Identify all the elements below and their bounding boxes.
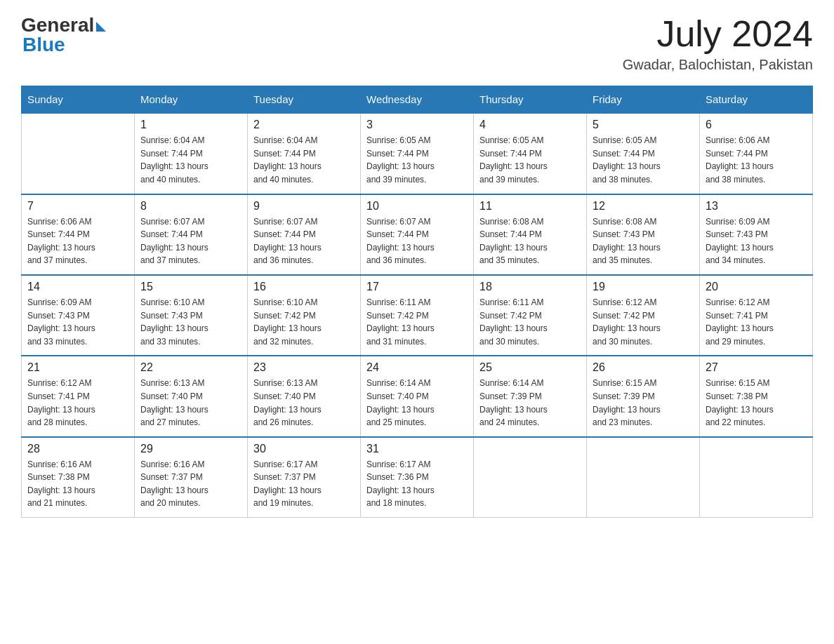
weekday-header-sunday: Sunday — [22, 86, 135, 114]
calendar-cell: 20Sunrise: 6:12 AM Sunset: 7:41 PM Dayli… — [700, 275, 813, 356]
calendar-header: SundayMondayTuesdayWednesdayThursdayFrid… — [22, 86, 813, 114]
calendar-cell: 10Sunrise: 6:07 AM Sunset: 7:44 PM Dayli… — [361, 194, 474, 275]
weekday-header-tuesday: Tuesday — [248, 86, 361, 114]
calendar-cell — [700, 437, 813, 518]
day-number: 19 — [593, 281, 694, 293]
calendar-week-row: 1Sunrise: 6:04 AM Sunset: 7:44 PM Daylig… — [22, 113, 813, 194]
day-number: 30 — [253, 443, 355, 455]
day-number: 6 — [706, 119, 807, 131]
weekday-header-wednesday: Wednesday — [361, 86, 474, 114]
calendar-cell: 25Sunrise: 6:14 AM Sunset: 7:39 PM Dayli… — [474, 356, 587, 436]
day-number: 18 — [479, 281, 581, 293]
calendar-week-row: 21Sunrise: 6:12 AM Sunset: 7:41 PM Dayli… — [22, 356, 813, 436]
day-info: Sunrise: 6:05 AM Sunset: 7:44 PM Dayligh… — [366, 134, 468, 186]
day-number: 8 — [140, 200, 241, 213]
day-info: Sunrise: 6:07 AM Sunset: 7:44 PM Dayligh… — [366, 215, 468, 267]
calendar-cell: 14Sunrise: 6:09 AM Sunset: 7:43 PM Dayli… — [22, 275, 135, 356]
day-number: 13 — [706, 200, 807, 213]
title-area: July 2024 Gwadar, Balochistan, Pakistan — [623, 14, 813, 73]
day-number: 10 — [366, 200, 468, 213]
day-info: Sunrise: 6:05 AM Sunset: 7:44 PM Dayligh… — [479, 134, 581, 186]
calendar-cell: 31Sunrise: 6:17 AM Sunset: 7:36 PM Dayli… — [361, 437, 474, 518]
calendar-cell: 8Sunrise: 6:07 AM Sunset: 7:44 PM Daylig… — [135, 194, 248, 275]
month-title: July 2024 — [623, 14, 813, 54]
day-number: 11 — [479, 200, 581, 213]
calendar-week-row: 7Sunrise: 6:06 AM Sunset: 7:44 PM Daylig… — [22, 194, 813, 275]
day-info: Sunrise: 6:12 AM Sunset: 7:42 PM Dayligh… — [593, 296, 694, 348]
day-number: 5 — [593, 119, 694, 131]
calendar-cell: 18Sunrise: 6:11 AM Sunset: 7:42 PM Dayli… — [474, 275, 587, 356]
logo-blue-text: Blue — [22, 34, 65, 56]
calendar-cell: 29Sunrise: 6:16 AM Sunset: 7:37 PM Dayli… — [135, 437, 248, 518]
weekday-header-friday: Friday — [587, 86, 700, 114]
day-number: 15 — [140, 281, 241, 293]
day-info: Sunrise: 6:12 AM Sunset: 7:41 PM Dayligh… — [706, 296, 807, 348]
calendar-cell — [587, 437, 700, 518]
calendar-week-row: 14Sunrise: 6:09 AM Sunset: 7:43 PM Dayli… — [22, 275, 813, 356]
day-info: Sunrise: 6:13 AM Sunset: 7:40 PM Dayligh… — [253, 377, 355, 429]
day-info: Sunrise: 6:04 AM Sunset: 7:44 PM Dayligh… — [140, 134, 241, 186]
day-number: 25 — [479, 361, 581, 374]
day-info: Sunrise: 6:16 AM Sunset: 7:37 PM Dayligh… — [140, 458, 241, 510]
day-number: 1 — [140, 119, 241, 131]
day-info: Sunrise: 6:07 AM Sunset: 7:44 PM Dayligh… — [140, 215, 241, 267]
day-number: 14 — [27, 281, 128, 293]
day-info: Sunrise: 6:17 AM Sunset: 7:37 PM Dayligh… — [253, 458, 355, 510]
calendar-cell: 9Sunrise: 6:07 AM Sunset: 7:44 PM Daylig… — [248, 194, 361, 275]
logo: General Blue — [21, 14, 106, 56]
day-number: 23 — [253, 361, 355, 374]
day-number: 17 — [366, 281, 468, 293]
calendar-cell: 28Sunrise: 6:16 AM Sunset: 7:38 PM Dayli… — [22, 437, 135, 518]
calendar-cell — [474, 437, 587, 518]
calendar-cell: 16Sunrise: 6:10 AM Sunset: 7:42 PM Dayli… — [248, 275, 361, 356]
calendar-cell: 5Sunrise: 6:05 AM Sunset: 7:44 PM Daylig… — [587, 113, 700, 194]
calendar-cell: 4Sunrise: 6:05 AM Sunset: 7:44 PM Daylig… — [474, 113, 587, 194]
calendar-cell: 19Sunrise: 6:12 AM Sunset: 7:42 PM Dayli… — [587, 275, 700, 356]
page-header: General Blue July 2024 Gwadar, Balochist… — [21, 14, 813, 73]
calendar-cell: 24Sunrise: 6:14 AM Sunset: 7:40 PM Dayli… — [361, 356, 474, 436]
day-info: Sunrise: 6:06 AM Sunset: 7:44 PM Dayligh… — [706, 134, 807, 186]
calendar-cell: 2Sunrise: 6:04 AM Sunset: 7:44 PM Daylig… — [248, 113, 361, 194]
day-info: Sunrise: 6:06 AM Sunset: 7:44 PM Dayligh… — [27, 215, 128, 267]
day-number: 16 — [253, 281, 355, 293]
calendar-cell: 15Sunrise: 6:10 AM Sunset: 7:43 PM Dayli… — [135, 275, 248, 356]
day-info: Sunrise: 6:09 AM Sunset: 7:43 PM Dayligh… — [27, 296, 128, 348]
calendar-cell — [22, 113, 135, 194]
day-info: Sunrise: 6:09 AM Sunset: 7:43 PM Dayligh… — [706, 215, 807, 267]
day-number: 3 — [366, 119, 468, 131]
day-number: 7 — [27, 200, 128, 213]
day-number: 26 — [593, 361, 694, 374]
day-number: 31 — [366, 443, 468, 455]
calendar-cell: 21Sunrise: 6:12 AM Sunset: 7:41 PM Dayli… — [22, 356, 135, 436]
day-info: Sunrise: 6:17 AM Sunset: 7:36 PM Dayligh… — [366, 458, 468, 510]
calendar-cell: 30Sunrise: 6:17 AM Sunset: 7:37 PM Dayli… — [248, 437, 361, 518]
weekday-header-thursday: Thursday — [474, 86, 587, 114]
calendar-cell: 26Sunrise: 6:15 AM Sunset: 7:39 PM Dayli… — [587, 356, 700, 436]
calendar-cell: 6Sunrise: 6:06 AM Sunset: 7:44 PM Daylig… — [700, 113, 813, 194]
calendar-cell: 7Sunrise: 6:06 AM Sunset: 7:44 PM Daylig… — [22, 194, 135, 275]
day-info: Sunrise: 6:04 AM Sunset: 7:44 PM Dayligh… — [253, 134, 355, 186]
day-number: 20 — [706, 281, 807, 293]
weekday-header-monday: Monday — [135, 86, 248, 114]
day-info: Sunrise: 6:10 AM Sunset: 7:42 PM Dayligh… — [253, 296, 355, 348]
day-number: 12 — [593, 200, 694, 213]
calendar-table: SundayMondayTuesdayWednesdayThursdayFrid… — [21, 86, 813, 518]
day-number: 2 — [253, 119, 355, 131]
day-number: 28 — [27, 443, 128, 455]
calendar-cell: 3Sunrise: 6:05 AM Sunset: 7:44 PM Daylig… — [361, 113, 474, 194]
calendar-cell: 22Sunrise: 6:13 AM Sunset: 7:40 PM Dayli… — [135, 356, 248, 436]
calendar-cell: 11Sunrise: 6:08 AM Sunset: 7:44 PM Dayli… — [474, 194, 587, 275]
calendar-cell: 12Sunrise: 6:08 AM Sunset: 7:43 PM Dayli… — [587, 194, 700, 275]
day-info: Sunrise: 6:13 AM Sunset: 7:40 PM Dayligh… — [140, 377, 241, 429]
day-info: Sunrise: 6:05 AM Sunset: 7:44 PM Dayligh… — [593, 134, 694, 186]
day-info: Sunrise: 6:14 AM Sunset: 7:40 PM Dayligh… — [366, 377, 468, 429]
day-number: 21 — [27, 361, 128, 374]
calendar-cell: 13Sunrise: 6:09 AM Sunset: 7:43 PM Dayli… — [700, 194, 813, 275]
day-info: Sunrise: 6:08 AM Sunset: 7:43 PM Dayligh… — [593, 215, 694, 267]
day-info: Sunrise: 6:07 AM Sunset: 7:44 PM Dayligh… — [253, 215, 355, 267]
day-info: Sunrise: 6:16 AM Sunset: 7:38 PM Dayligh… — [27, 458, 128, 510]
calendar-body: 1Sunrise: 6:04 AM Sunset: 7:44 PM Daylig… — [22, 113, 813, 517]
day-number: 9 — [253, 200, 355, 213]
day-number: 4 — [479, 119, 581, 131]
day-info: Sunrise: 6:10 AM Sunset: 7:43 PM Dayligh… — [140, 296, 241, 348]
